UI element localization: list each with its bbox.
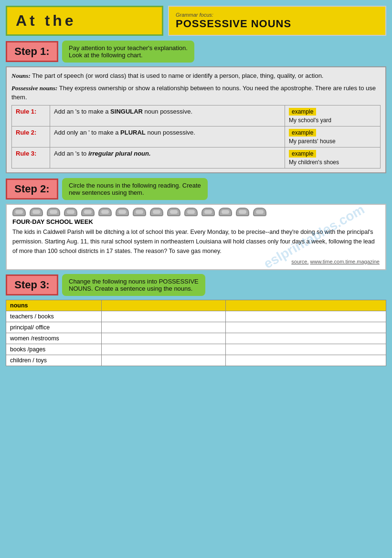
nouns-cell-2-2 bbox=[226, 333, 386, 344]
noun-def-text: The part of speech (or word class) that … bbox=[31, 72, 324, 79]
rule1-text: Add an 's to make a SINGULAR noun posses… bbox=[50, 105, 285, 126]
nouns-cell-3-2 bbox=[226, 344, 386, 355]
reading-clips bbox=[12, 205, 380, 218]
grammar-focus-label: Grammar focus: bbox=[176, 12, 379, 18]
rule1-example: example My school's yard bbox=[285, 105, 381, 126]
nouns-col-header: nouns bbox=[6, 300, 102, 311]
rule3-label: Rule 3: bbox=[12, 147, 50, 168]
nouns-table-header-row: nouns bbox=[6, 300, 386, 311]
sentence-col-header bbox=[226, 300, 386, 311]
rule2-label: Rule 2: bbox=[12, 126, 50, 147]
possessive-def-text: They express ownership or show a relatio… bbox=[11, 84, 376, 101]
noun-term: Nouns: bbox=[11, 72, 31, 79]
clip-9 bbox=[150, 208, 163, 216]
rule3-row: Rule 3: Add an 's to irregular plural no… bbox=[12, 147, 381, 168]
clip-3 bbox=[47, 208, 60, 216]
rule1-example-badge: example bbox=[289, 108, 316, 116]
reading-box: FOUR-DAY SCHOOL WEEK The kids in Caldwel… bbox=[6, 204, 386, 270]
main-title: At the bbox=[16, 12, 76, 30]
nouns-cell-4-2 bbox=[226, 355, 386, 366]
title-box: At the bbox=[6, 6, 163, 36]
nouns-table: nouns teachers / booksprincipal/ officew… bbox=[6, 300, 386, 366]
nouns-table-row: women /restrooms bbox=[6, 333, 386, 344]
step3-label: Step 3: bbox=[6, 274, 58, 295]
rule2-example-value: My parents' house bbox=[289, 138, 376, 145]
nouns-cell-1-1 bbox=[102, 322, 226, 333]
rules-table: Rule 1: Add an 's to make a SINGULAR nou… bbox=[11, 105, 381, 168]
rule2-row: Rule 2: Add only an ' to make a PLURAL n… bbox=[12, 126, 381, 147]
step3-row: Step 3: Change the following nouns into … bbox=[6, 274, 386, 296]
rule3-example-badge: example bbox=[289, 150, 316, 158]
nouns-cell-3-1 bbox=[102, 344, 226, 355]
possessive-col-header bbox=[102, 300, 226, 311]
clip-5 bbox=[81, 208, 95, 216]
step1-label: Step 1: bbox=[6, 41, 58, 62]
reading-source-prefix: source. bbox=[291, 259, 308, 264]
reading-source-link: www.time.com.time.magazine bbox=[310, 259, 380, 264]
header: At the Grammar focus: POSSESSIVE NOUNS bbox=[6, 6, 386, 36]
clip-10 bbox=[167, 208, 180, 216]
step1-desc-line1: Pay attention to your teacher's explanat… bbox=[69, 44, 188, 52]
step3-desc-line2: NOUNS. Create a sentence using the nouns… bbox=[69, 285, 199, 292]
step1-row: Step 1: Pay attention to your teacher's … bbox=[6, 41, 386, 63]
clip-14 bbox=[236, 208, 249, 216]
clip-13 bbox=[219, 208, 232, 216]
step2-description: Circle the nouns in the following readin… bbox=[62, 178, 208, 200]
nouns-cell-3-0: books /pages bbox=[6, 344, 102, 355]
rule3-text: Add an 's to irregular plural noun. bbox=[50, 147, 285, 168]
step1-desc-line2: Look at the following chart. bbox=[69, 52, 188, 59]
grammar-focus-title: POSSESSIVE NOUNS bbox=[176, 18, 379, 30]
nouns-table-row: books /pages bbox=[6, 344, 386, 355]
clip-2 bbox=[30, 208, 43, 216]
nouns-cell-4-0: children / toys bbox=[6, 355, 102, 366]
rule1-example-value: My school's yard bbox=[289, 117, 376, 124]
rule1-row: Rule 1: Add an 's to make a SINGULAR nou… bbox=[12, 105, 381, 126]
step2-desc-line1: Circle the nouns in the following readin… bbox=[69, 182, 201, 189]
nouns-table-row: teachers / books bbox=[6, 311, 386, 322]
clip-6 bbox=[98, 208, 112, 216]
step2-desc-line2: new sentences using them. bbox=[69, 189, 201, 196]
possessive-term: Possessive nouns: bbox=[11, 84, 57, 92]
reading-body: The kids in Caldwell Parish will be ditc… bbox=[12, 227, 380, 256]
step2-label: Step 2: bbox=[6, 179, 58, 200]
grammar-focus-box: Grammar focus: POSSESSIVE NOUNS bbox=[168, 6, 386, 36]
clip-7 bbox=[116, 208, 129, 216]
step3-desc-line1: Change the following nouns into POSSESSI… bbox=[69, 278, 199, 285]
clip-4 bbox=[64, 208, 77, 216]
rule2-example-badge: example bbox=[289, 129, 316, 137]
reading-source: source. www.time.com.time.magazine bbox=[12, 259, 380, 264]
nouns-cell-2-0: women /restrooms bbox=[6, 333, 102, 344]
clip-1 bbox=[12, 208, 26, 216]
nouns-cell-0-1 bbox=[102, 311, 226, 322]
nouns-table-row: children / toys bbox=[6, 355, 386, 366]
nouns-cell-0-0: teachers / books bbox=[6, 311, 102, 322]
step1-description: Pay attention to your teacher's explanat… bbox=[62, 41, 194, 63]
rule3-example: example My children's shoes bbox=[285, 147, 381, 168]
grammar-chart: Nouns: The part of speech (or word class… bbox=[6, 66, 386, 173]
rule2-example: example My parents' house bbox=[285, 126, 381, 147]
clip-8 bbox=[133, 208, 146, 216]
nouns-cell-1-2 bbox=[226, 322, 386, 333]
nouns-cell-0-2 bbox=[226, 311, 386, 322]
step3-description: Change the following nouns into POSSESSI… bbox=[62, 274, 205, 296]
possessive-definition: Possessive nouns: They express ownership… bbox=[11, 84, 381, 102]
clip-15 bbox=[253, 208, 266, 216]
rule1-label: Rule 1: bbox=[12, 105, 50, 126]
nouns-table-row: principal/ office bbox=[6, 322, 386, 333]
rule3-example-value: My children's shoes bbox=[289, 159, 376, 166]
clip-12 bbox=[201, 208, 215, 216]
step2-row: Step 2: Circle the nouns in the followin… bbox=[6, 178, 386, 200]
nouns-cell-4-1 bbox=[102, 355, 226, 366]
nouns-cell-2-1 bbox=[102, 333, 226, 344]
nouns-cell-1-0: principal/ office bbox=[6, 322, 102, 333]
clip-11 bbox=[184, 208, 198, 216]
reading-title: FOUR-DAY SCHOOL WEEK bbox=[12, 218, 380, 225]
noun-definition: Nouns: The part of speech (or word class… bbox=[11, 71, 381, 81]
rule2-text: Add only an ' to make a PLURAL noun poss… bbox=[50, 126, 285, 147]
